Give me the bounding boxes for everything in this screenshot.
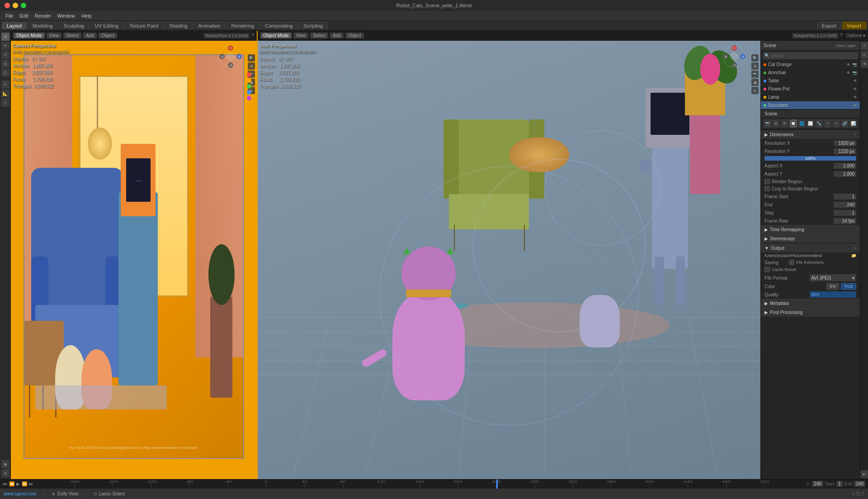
vl-nav-gizmo[interactable]: Y X -X -Y bbox=[218, 44, 243, 70]
tool-measure[interactable]: 📐 bbox=[1, 90, 9, 98]
prop-output-menu[interactable]: ≡ bbox=[854, 246, 856, 250]
menu-help[interactable]: Help bbox=[79, 13, 94, 19]
minimize-button[interactable] bbox=[13, 3, 18, 8]
prop-icon-constraints[interactable]: 🔗 bbox=[841, 119, 849, 128]
menu-file[interactable]: File bbox=[3, 13, 16, 19]
close-button[interactable] bbox=[5, 3, 10, 8]
timeline-ruler[interactable]: -200 -160 -120 -80 -40 0 40 80 120 160 bbox=[36, 480, 803, 489]
outliner-item-1[interactable]: Armchair 👁 📷 bbox=[761, 69, 860, 77]
tool-gizmo[interactable]: ⊛ bbox=[1, 469, 9, 477]
outliner-cam-0[interactable]: 📷 bbox=[852, 62, 857, 67]
vr-mode-btn[interactable]: Object Mode bbox=[260, 33, 292, 38]
tl-play[interactable]: ▶ bbox=[16, 481, 20, 486]
prop-icon-object[interactable]: ⬜ bbox=[807, 119, 814, 128]
rp-search[interactable]: 🔍 Search bbox=[763, 52, 858, 59]
vr-icon-camera[interactable]: 📷 bbox=[751, 71, 759, 78]
prop-cache-cb[interactable] bbox=[764, 267, 770, 272]
vl-help[interactable]: ? bbox=[251, 33, 254, 38]
prop-metadata-header[interactable]: ▶ Metadata bbox=[761, 299, 860, 308]
prop-icon-scene[interactable]: 🔲 bbox=[789, 119, 797, 128]
vr-view-btn[interactable]: View bbox=[293, 33, 309, 38]
fr-icon-2[interactable]: ▼ bbox=[860, 51, 868, 59]
outliner-item-5[interactable]: Succulent 👁 bbox=[761, 101, 860, 109]
vl-add-btn[interactable]: Add bbox=[83, 33, 97, 38]
vl-view-btn[interactable]: View bbox=[47, 33, 62, 38]
tab-animation[interactable]: Animation bbox=[193, 22, 226, 29]
tool-add[interactable]: + bbox=[1, 99, 9, 107]
tab-sculpting[interactable]: Sculpting bbox=[59, 22, 89, 29]
tool-cursor[interactable]: ⊹ bbox=[1, 33, 9, 41]
tl-prev-frame[interactable]: ⏪ bbox=[9, 481, 14, 486]
maximize-button[interactable] bbox=[21, 3, 26, 8]
tab-rendering[interactable]: Rendering bbox=[226, 22, 259, 29]
prop-path-folder-icon[interactable]: 📁 bbox=[851, 253, 856, 258]
tab-scripting[interactable]: Scripting bbox=[298, 22, 328, 29]
prop-file-ext-cb[interactable]: ✓ bbox=[789, 260, 794, 265]
prop-frame-start-value[interactable]: 1 bbox=[834, 194, 856, 200]
tl-start-frame[interactable]: 1 bbox=[836, 481, 843, 487]
tab-modeling[interactable]: Modeling bbox=[28, 22, 58, 29]
tl-skip-end[interactable]: ⏭ bbox=[29, 481, 33, 486]
vr-nav-gizmo[interactable]: Y X -X -Y bbox=[722, 44, 747, 70]
vl-object-btn[interactable]: Object bbox=[99, 33, 117, 38]
tool-scale[interactable]: ⊞ bbox=[1, 60, 9, 68]
fr-icon-4[interactable]: ▶ bbox=[860, 470, 868, 478]
vl-icon-zoom[interactable]: 🔍 bbox=[248, 54, 255, 62]
prop-color-rgb-btn[interactable]: RGB bbox=[841, 283, 856, 290]
fr-icon-1[interactable]: ⚙ bbox=[860, 42, 868, 50]
outliner-item-2[interactable]: Table 👁 bbox=[761, 77, 860, 85]
scene-lamp[interactable] bbox=[509, 137, 569, 172]
outliner-vis-1[interactable]: 👁 bbox=[846, 71, 850, 75]
menu-window[interactable]: Window bbox=[55, 13, 78, 19]
vr-options[interactable]: Options ▾ bbox=[846, 33, 865, 38]
outliner-cam-1[interactable]: 📷 bbox=[852, 71, 857, 75]
prop-res-x-value[interactable]: 1920 px bbox=[834, 140, 856, 146]
vr-icon-zoom[interactable]: 🔍 bbox=[751, 54, 759, 62]
prop-path-value[interactable]: /Users/yuzach/Pictures/renders/ bbox=[764, 253, 849, 258]
vr-icon-overlay[interactable]: ◉ bbox=[751, 79, 759, 86]
tab-compositing[interactable]: Compositing bbox=[260, 22, 297, 29]
tool-rotate[interactable]: ↺ bbox=[1, 51, 9, 59]
outliner-item-3[interactable]: Flower.Pot 👁 bbox=[761, 85, 860, 93]
outliner-item-4[interactable]: Lamp 👁 bbox=[761, 93, 860, 101]
viewport-right[interactable]: User Perspective (240) Succulent | Cat.B… bbox=[258, 41, 760, 479]
vl-mode-btn[interactable]: Object Mode bbox=[14, 33, 45, 38]
tl-current-frame[interactable]: 240 bbox=[812, 481, 823, 487]
prop-color-bw-btn[interactable]: BW bbox=[826, 283, 840, 290]
tab-shading[interactable]: Shading bbox=[164, 22, 192, 29]
tl-skip-start[interactable]: ⏮ bbox=[3, 481, 7, 486]
prop-icon-physics[interactable]: ⚛ bbox=[832, 119, 840, 128]
tool-annotate[interactable]: ✏ bbox=[1, 81, 9, 89]
prop-frame-end-value[interactable]: 240 bbox=[834, 202, 856, 208]
outliner-item-0[interactable]: Cat Orange 👁 📷 bbox=[761, 61, 860, 69]
prop-render-region-cb[interactable] bbox=[764, 179, 770, 184]
prop-icon-data[interactable]: 📊 bbox=[849, 119, 857, 128]
menu-render[interactable]: Render bbox=[32, 13, 54, 19]
vr-help[interactable]: ? bbox=[840, 33, 843, 38]
prop-post-processing-header[interactable]: ▶ Post Processing bbox=[761, 308, 860, 317]
outliner-vis-0[interactable]: 👁 bbox=[846, 62, 850, 67]
tab-import[interactable]: Import bbox=[842, 22, 866, 29]
prop-icon-world[interactable]: 🌐 bbox=[798, 119, 806, 128]
outliner-vis-2[interactable]: 👁 bbox=[853, 79, 857, 83]
outliner-vis-3[interactable]: 👁 bbox=[853, 87, 857, 91]
prop-aspect-x-value[interactable]: 1.000 bbox=[834, 163, 856, 169]
prop-frame-step-value[interactable]: 1 bbox=[834, 210, 856, 216]
prop-aspect-y-value[interactable]: 1.000 bbox=[834, 171, 856, 177]
prop-icon-modifier[interactable]: 🔧 bbox=[815, 119, 823, 128]
prop-icon-output[interactable]: 🖥 bbox=[772, 119, 780, 128]
prop-stereoscopy-header[interactable]: ▶ Stereoscopy bbox=[761, 234, 860, 243]
tool-move[interactable]: ✛ bbox=[1, 42, 9, 50]
vr-icon-grid[interactable]: ⊞ bbox=[751, 62, 759, 70]
prop-crop-cb[interactable] bbox=[764, 186, 770, 191]
prop-file-format-select[interactable]: AVI JPEG ▾ bbox=[810, 274, 857, 281]
tab-layout[interactable]: Layout bbox=[2, 22, 27, 29]
prop-icon-render[interactable]: 📷 bbox=[764, 119, 771, 128]
prop-dimensions-header[interactable]: ▶ Dimensions ≡ bbox=[761, 130, 860, 139]
tab-uv-editing[interactable]: UV Editing bbox=[90, 22, 123, 29]
vl-select-btn[interactable]: Select bbox=[63, 33, 81, 38]
outliner-vis-4[interactable]: 👁 bbox=[853, 95, 857, 100]
menu-edit[interactable]: Edit bbox=[17, 13, 31, 19]
fr-icon-3[interactable]: ◀ bbox=[860, 60, 868, 68]
prop-icon-view[interactable]: 👁 bbox=[781, 119, 788, 128]
